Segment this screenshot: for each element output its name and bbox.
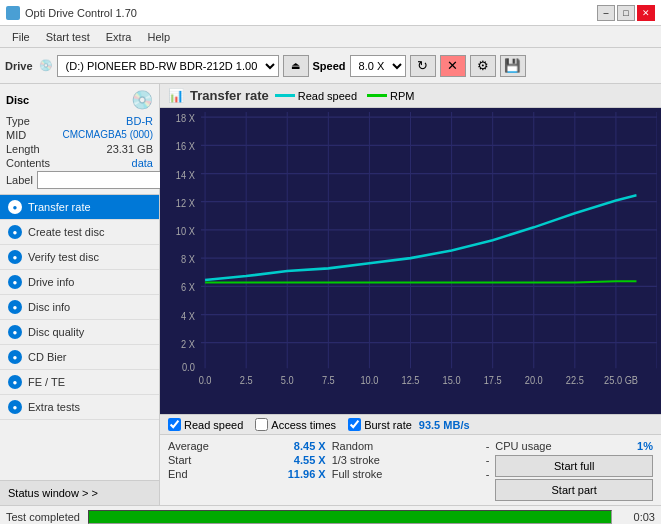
start-row: Start 4.55 X — [168, 453, 326, 467]
nav-fe-te[interactable]: ● FE / TE — [0, 370, 159, 395]
chart-area: 18 X 16 X 14 X 12 X 10 X 8 X 6 X 4 X 2 X… — [160, 108, 661, 414]
full-stroke-label: Full stroke — [332, 468, 383, 480]
start-label: Start — [168, 454, 191, 466]
stats-area: Average 8.45 X Start 4.55 X End 11.96 X — [160, 435, 661, 505]
nav-disc-quality[interactable]: ● Disc quality — [0, 320, 159, 345]
title-bar: Opti Drive Control 1.70 – □ ✕ — [0, 0, 661, 26]
status-bar: Test completed 0:03 — [0, 505, 661, 524]
read-speed-checkbox-container: Read speed — [168, 418, 243, 431]
read-speed-color — [275, 94, 295, 97]
svg-text:12 X: 12 X — [176, 197, 195, 209]
stroke13-label: 1/3 stroke — [332, 454, 380, 466]
nav-fe-te-label: FE / TE — [28, 376, 65, 388]
nav-cd-bier[interactable]: ● CD Bier — [0, 345, 159, 370]
average-label: Average — [168, 440, 209, 452]
close-button[interactable]: ✕ — [637, 5, 655, 21]
access-times-checkbox-label: Access times — [271, 419, 336, 431]
svg-text:4 X: 4 X — [181, 310, 195, 322]
cpu-usage-row: CPU usage 1% — [495, 439, 653, 453]
nav-extra-tests[interactable]: ● Extra tests — [0, 395, 159, 420]
rpm-legend: RPM — [367, 90, 414, 102]
nav-extra-tests-label: Extra tests — [28, 401, 80, 413]
chart-svg: 18 X 16 X 14 X 12 X 10 X 8 X 6 X 4 X 2 X… — [164, 112, 657, 394]
rpm-color — [367, 94, 387, 97]
status-window-button[interactable]: Status window > > — [0, 480, 159, 505]
svg-text:15.0: 15.0 — [443, 374, 461, 386]
minimize-button[interactable]: – — [597, 5, 615, 21]
nav-create-test-disc[interactable]: ● Create test disc — [0, 220, 159, 245]
nav-verify-test-disc[interactable]: ● Verify test disc — [0, 245, 159, 270]
disc-info-icon: ● — [8, 300, 22, 314]
menu-extra[interactable]: Extra — [98, 29, 140, 45]
length-value: 23.31 GB — [107, 143, 153, 155]
fe-te-icon: ● — [8, 375, 22, 389]
create-test-disc-icon: ● — [8, 225, 22, 239]
burst-rate-checkbox-label: Burst rate — [364, 419, 412, 431]
end-label: End — [168, 468, 188, 480]
menu-bar: File Start test Extra Help — [0, 26, 661, 48]
random-label: Random — [332, 440, 374, 452]
start-value: 4.55 X — [294, 454, 326, 466]
speed-select[interactable]: 8.0 X — [350, 55, 406, 77]
chart-icon: 📊 — [168, 88, 184, 103]
settings-button[interactable]: ⚙ — [470, 55, 496, 77]
burst-rate-value: 93.5 MB/s — [419, 419, 470, 431]
start-part-button[interactable]: Start part — [495, 479, 653, 501]
length-label: Length — [6, 143, 40, 155]
svg-text:10 X: 10 X — [176, 225, 195, 237]
status-time: 0:03 — [620, 511, 655, 523]
nav-transfer-rate-label: Transfer rate — [28, 201, 91, 213]
contents-label: Contents — [6, 157, 50, 169]
access-times-checkbox-container: Access times — [255, 418, 336, 431]
svg-text:16 X: 16 X — [176, 141, 195, 153]
access-times-checkbox[interactable] — [255, 418, 268, 431]
start-full-button[interactable]: Start full — [495, 455, 653, 477]
disc-quality-icon: ● — [8, 325, 22, 339]
nav-drive-info[interactable]: ● Drive info — [0, 270, 159, 295]
drive-info-icon: ● — [8, 275, 22, 289]
nav-drive-info-label: Drive info — [28, 276, 74, 288]
cpu-usage-label: CPU usage — [495, 440, 551, 452]
burst-rate-checkbox[interactable] — [348, 418, 361, 431]
nav-disc-info[interactable]: ● Disc info — [0, 295, 159, 320]
verify-test-disc-icon: ● — [8, 250, 22, 264]
label-input[interactable] — [37, 171, 170, 189]
toolbar: Drive 💿 (D:) PIONEER BD-RW BDR-212D 1.00… — [0, 48, 661, 84]
drive-select[interactable]: (D:) PIONEER BD-RW BDR-212D 1.00 — [57, 55, 279, 77]
nav-cd-bier-label: CD Bier — [28, 351, 67, 363]
menu-file[interactable]: File — [4, 29, 38, 45]
menu-help[interactable]: Help — [139, 29, 178, 45]
svg-text:18 X: 18 X — [176, 112, 195, 124]
read-speed-legend-label: Read speed — [298, 90, 357, 102]
end-value: 11.96 X — [288, 468, 326, 480]
refresh-button[interactable]: ↻ — [410, 55, 436, 77]
drive-label: Drive — [5, 60, 33, 72]
chart-title: Transfer rate — [190, 88, 269, 103]
save-button[interactable]: 💾 — [500, 55, 526, 77]
random-value: - — [486, 440, 490, 452]
disc-info-panel: Disc 💿 Type BD-R MID CMCMAGBA5 (000) Len… — [0, 84, 159, 195]
burst-rate-checkbox-container: Burst rate 93.5 MB/s — [348, 418, 469, 431]
nav-disc-quality-label: Disc quality — [28, 326, 84, 338]
read-speed-checkbox-label: Read speed — [184, 419, 243, 431]
nav-transfer-rate[interactable]: ● Transfer rate — [0, 195, 159, 220]
type-value: BD-R — [126, 115, 153, 127]
average-row: Average 8.45 X — [168, 439, 326, 453]
transfer-rate-icon: ● — [8, 200, 22, 214]
random-row: Random - — [332, 439, 490, 453]
svg-text:0.0: 0.0 — [199, 374, 212, 386]
average-value: 8.45 X — [294, 440, 326, 452]
contents-value: data — [132, 157, 153, 169]
chart-controls: Read speed Access times Burst rate 93.5 … — [160, 414, 661, 435]
disc-panel-title: Disc — [6, 94, 29, 106]
read-speed-checkbox[interactable] — [168, 418, 181, 431]
end-row: End 11.96 X — [168, 467, 326, 481]
eject-button[interactable]: ⏏ — [283, 55, 309, 77]
erase-button[interactable]: ✕ — [440, 55, 466, 77]
maximize-button[interactable]: □ — [617, 5, 635, 21]
speed-label: Speed — [313, 60, 346, 72]
disc-label-label: Label — [6, 174, 33, 186]
svg-text:10.0: 10.0 — [360, 374, 378, 386]
menu-start-test[interactable]: Start test — [38, 29, 98, 45]
svg-text:8 X: 8 X — [181, 253, 195, 265]
